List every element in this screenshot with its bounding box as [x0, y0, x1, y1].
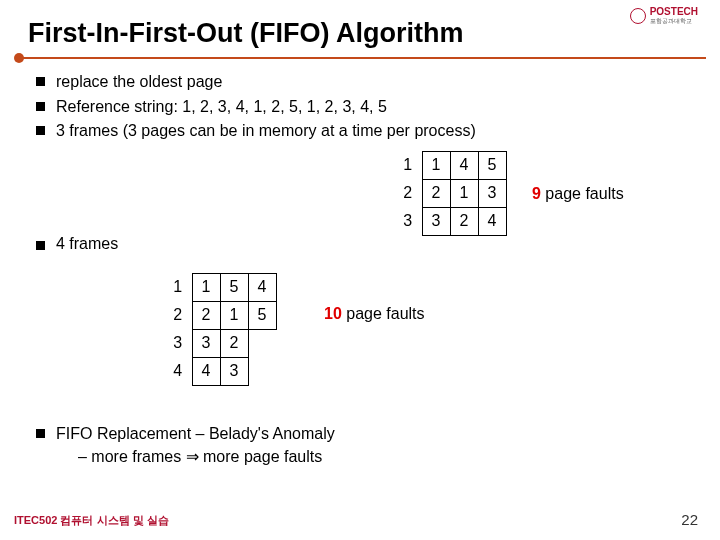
cell: 1: [422, 151, 450, 179]
table-4-frames: 1 1 5 4 2 2 1 5 3 3 2 4: [164, 273, 277, 386]
row-lead: 3: [394, 207, 422, 235]
row-lead: 4: [164, 357, 192, 385]
table-row: 2 2 1 5: [164, 301, 276, 329]
cell: 1: [192, 273, 220, 301]
faults-label: page faults: [541, 185, 624, 202]
table-row: 2 2 1 3: [394, 179, 506, 207]
cell: 3: [192, 329, 220, 357]
belady-list: FIFO Replacement – Belady's Anomaly: [34, 423, 686, 445]
arrow-icon: ⇒: [186, 448, 199, 465]
page-faults-4: 10 page faults: [324, 305, 425, 323]
row-lead: 3: [164, 329, 192, 357]
bullet-4-frames: 4 frames: [34, 235, 118, 253]
row-lead: 2: [394, 179, 422, 207]
bullet-list: replace the oldest page Reference string…: [34, 71, 686, 142]
cell: 2: [220, 329, 248, 357]
logo-name: POSTECH: [650, 6, 698, 17]
table-row: 1 1 5 4: [164, 273, 276, 301]
content: replace the oldest page Reference string…: [0, 71, 720, 466]
cell: 4: [450, 151, 478, 179]
logo: POSTECH 포항공과대학교: [630, 6, 698, 26]
belady-sub-suffix: more page faults: [199, 448, 323, 465]
faults-count: 10: [324, 305, 342, 322]
table-row: 4 4 3: [164, 357, 276, 385]
cell: 3: [220, 357, 248, 385]
cell: 1: [220, 301, 248, 329]
cell: 2: [192, 301, 220, 329]
table-row: 1 1 4 5: [394, 151, 506, 179]
logo-sub: 포항공과대학교: [650, 17, 698, 26]
cell: 3: [478, 179, 506, 207]
row-lead: 2: [164, 301, 192, 329]
faults-label: page faults: [342, 305, 425, 322]
cell: 5: [248, 301, 276, 329]
cell: 4: [478, 207, 506, 235]
belady-sub: – more frames ⇒ more page faults: [34, 447, 686, 466]
cell: 3: [422, 207, 450, 235]
footer-course: ITEC502 컴퓨터 시스템 및 실습: [14, 513, 169, 528]
page-title: First-In-First-Out (FIFO) Algorithm: [0, 0, 720, 55]
bullet-replace: replace the oldest page: [34, 71, 686, 93]
cell: 4: [248, 273, 276, 301]
cell: 1: [450, 179, 478, 207]
page-number: 22: [681, 511, 698, 528]
table-3-frames: 1 1 4 5 2 2 1 3 3 3 2 4: [394, 151, 507, 236]
title-rule: [14, 55, 706, 61]
cell: 4: [192, 357, 220, 385]
cell: [248, 329, 276, 357]
bullet-3-frames: 3 frames (3 pages can be in memory at a …: [34, 120, 686, 142]
cell: 5: [478, 151, 506, 179]
cell: 5: [220, 273, 248, 301]
cell: 2: [450, 207, 478, 235]
row-lead: 1: [164, 273, 192, 301]
page-faults-3: 9 page faults: [532, 185, 624, 203]
tables-area: 1 1 4 5 2 2 1 3 3 3 2 4: [34, 145, 686, 420]
logo-text: POSTECH 포항공과대학교: [650, 6, 698, 26]
row-lead: 1: [394, 151, 422, 179]
table-row: 3 3 2: [164, 329, 276, 357]
cell: [248, 357, 276, 385]
bullet-belady: FIFO Replacement – Belady's Anomaly: [34, 423, 686, 445]
belady-sub-prefix: – more frames: [78, 448, 186, 465]
logo-seal-icon: [630, 8, 646, 24]
cell: 2: [422, 179, 450, 207]
bullet-reference-string: Reference string: 1, 2, 3, 4, 1, 2, 5, 1…: [34, 96, 686, 118]
faults-count: 9: [532, 185, 541, 202]
table-row: 3 3 2 4: [394, 207, 506, 235]
